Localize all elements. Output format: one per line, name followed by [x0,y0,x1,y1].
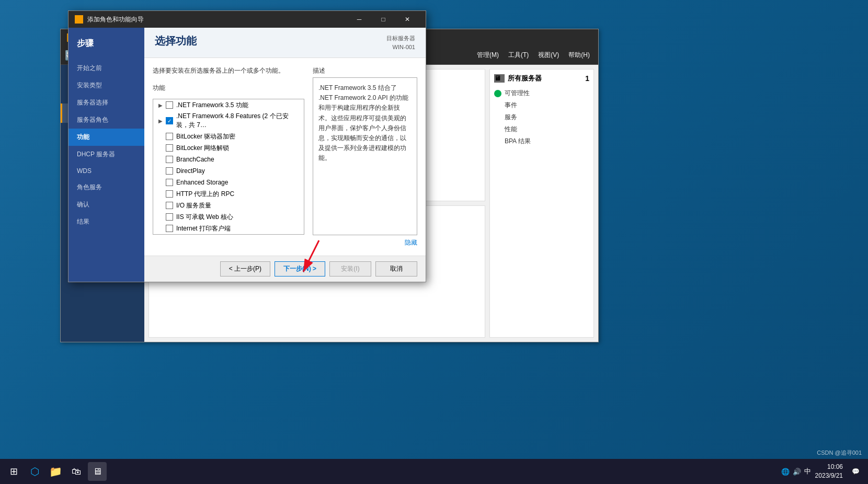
wizard-target-label: 目标服务器 [386,34,415,43]
feature-bitlocker-net[interactable]: BitLocker 网络解锁 [153,142,304,154]
feature-net48[interactable]: ▶ ✓ .NET Framework 4.8 Features (2 个已安装，… [153,111,304,131]
wizard-nav-results[interactable]: 结果 [68,213,144,231]
feature-name-net35: .NET Framework 3.5 功能 [176,101,301,110]
hide-btn-container: 隐藏 [313,238,417,247]
feature-bitlocker-drive[interactable]: BitLocker 驱动器加密 [153,131,304,142]
wizard-title-text: 添加角色和功能向导 [87,15,144,24]
wizard-title-icon [75,15,83,24]
sm-menu-view[interactable]: 视图(V) [534,49,563,62]
feature-name-net48: .NET Framework 4.8 Features (2 个已安装，共 7… [176,112,301,130]
feature-directplay[interactable]: DirectPlay [153,165,304,177]
sm-menu-tools[interactable]: 工具(T) [504,49,533,62]
sm-menu-help[interactable]: 帮助(H) [564,49,594,62]
wizard-dialog: 添加角色和功能向导 ─ □ ✕ 步骤 开始之前 安装类型 服务器选择 服务器角色… [68,10,426,282]
all-servers-count: 1 [585,74,589,83]
sm-all-servers-title: 🖥 所有服务器 1 [494,74,589,83]
wizard-nav-wds[interactable]: WDS [68,163,144,179]
wizard-header: 选择功能 目标服务器 WIN-001 [144,28,426,58]
desktop: 服务器管理器 ─ □ ✕ 🔄 | 2 管理(M) 工具(T) 视图(V) 帮助(… [0,0,868,484]
wizard-nav-dhcp[interactable]: DHCP 服务器 [68,146,144,163]
sm-performance: 性能 [494,123,589,135]
description-label: 描述 [313,66,417,75]
wizard-left-panel: 选择要安装在所选服务器上的一个或多个功能。 功能 ▶ .NET Framewor… [153,66,304,247]
checkbox-net35[interactable] [166,101,173,109]
feature-http-rpc[interactable]: HTTP 代理上的 RPC [153,188,304,200]
sm-menu-manage[interactable]: 管理(M) [473,49,503,62]
checkbox-http-rpc[interactable] [166,190,173,198]
wizard-right-panel: 描述 .NET Framework 3.5 结合了 .NET Framework… [313,66,417,247]
sm-manageability: 可管理性 [494,87,589,99]
taskbar-clock[interactable]: 10:06 2023/9/21 [815,463,843,480]
sm-bpa: BPA 结果 [494,135,589,147]
checkbox-branchcache[interactable] [166,156,173,163]
sm-all-servers-panel: 🖥 所有服务器 1 可管理性 事件 [489,69,594,338]
start-button[interactable]: ⊞ [4,462,23,481]
cancel-btn[interactable]: 取消 [375,261,417,276]
feature-iis-web[interactable]: IIS 可承载 Web 核心 [153,211,304,223]
server-mgr-icon: 🖥 [93,466,102,477]
wizard-page-title: 选择功能 [155,34,197,48]
wizard-footer: < 上一步(P) 下一步(N) > 安装(I) 取消 [144,256,426,282]
expand-net35[interactable]: ▶ [156,101,165,109]
taskbar-icon-explorer[interactable]: 📁 [46,462,65,481]
feature-branchcache[interactable]: BranchCache [153,154,304,165]
taskbar-icon-store[interactable]: 🛍 [67,462,86,481]
wizard-nav-features[interactable]: 功能 [68,129,144,146]
checkbox-iis-web[interactable] [166,213,173,221]
taskbar-icon-edge[interactable]: ⬡ [25,462,44,481]
feature-name-bitlocker-net: BitLocker 网络解锁 [176,144,301,153]
server-icon: 🖥 [494,74,505,83]
prev-btn[interactable]: < 上一步(P) [220,261,270,276]
sm-events: 事件 [494,99,589,111]
wizard-nav-before-start[interactable]: 开始之前 [68,60,144,77]
feature-enhanced-storage[interactable]: Enhanced Storage [153,177,304,188]
wizard-nav-title: 步骤 [68,38,144,60]
features-list[interactable]: ▶ .NET Framework 3.5 功能 ▶ ✓ .NET Framewo… [153,99,304,235]
feature-ipam[interactable]: IP 地址管理(IPAM)服务器 [153,234,304,235]
expand-net48[interactable]: ▶ [156,117,165,125]
wizard-maximize-btn[interactable]: □ [371,11,395,28]
checkbox-bitlocker-net[interactable] [166,144,173,152]
store-icon: 🛍 [72,466,81,477]
wizard-target-info: 目标服务器 WIN-001 [386,34,415,51]
notification-center-btn[interactable]: 💬 [847,463,864,480]
checkbox-net48[interactable]: ✓ [166,117,173,124]
checkbox-directplay[interactable] [166,167,173,175]
taskbar-icons: ⬡ 📁 🛍 🖥 [25,462,107,481]
wizard-titlebar: 添加角色和功能向导 ─ □ ✕ [68,11,426,28]
feature-name-enhanced-storage: Enhanced Storage [176,179,301,186]
network-icon[interactable]: 🌐 [781,468,790,476]
wizard-instruction: 选择要安装在所选服务器上的一个或多个功能。 [153,66,304,75]
wizard-body: 步骤 开始之前 安装类型 服务器选择 服务器角色 功能 DHCP 服务器 WDS… [68,28,426,282]
feature-internet-print[interactable]: Internet 打印客户端 [153,223,304,234]
wizard-nav-server-role[interactable]: 服务器角色 [68,111,144,129]
taskbar-right: 🌐 🔊 中 10:06 2023/9/21 💬 [781,463,864,480]
wizard-nav-role-services[interactable]: 角色服务 [68,179,144,196]
volume-icon[interactable]: 🔊 [793,468,801,476]
feature-name-directplay: DirectPlay [176,167,301,175]
language-indicator[interactable]: 中 [804,467,811,476]
feature-io-qos[interactable]: I/O 服务质量 [153,200,304,211]
description-text: .NET Framework 3.5 结合了 .NET Framework 2.… [318,84,408,162]
performance-label: 性能 [505,125,517,134]
install-btn[interactable]: 安装(I) [329,261,371,276]
taskbar-icon-server-mgr[interactable]: 🖥 [88,462,107,481]
checkbox-io-qos[interactable] [166,202,173,209]
feature-name-branchcache: BranchCache [176,156,301,163]
checkbox-enhanced-storage[interactable] [166,179,173,186]
watermark: CSDN @追寻001 [817,449,862,457]
wizard-nav-install-type[interactable]: 安装类型 [68,77,144,94]
wizard-close-btn[interactable]: ✕ [395,11,419,28]
bpa-result-label: BPA 结果 [505,137,531,146]
next-btn[interactable]: 下一步(N) > [275,261,325,276]
checkbox-bitlocker-drive[interactable] [166,133,173,140]
hide-description-btn[interactable]: 隐藏 [405,239,417,246]
wizard-minimize-btn[interactable]: ─ [347,11,371,28]
checkbox-internet-print[interactable] [166,225,173,232]
feature-name-http-rpc: HTTP 代理上的 RPC [176,190,301,199]
wizard-nav-confirm[interactable]: 确认 [68,196,144,213]
wizard-nav-server-select[interactable]: 服务器选择 [68,94,144,111]
feature-net35[interactable]: ▶ .NET Framework 3.5 功能 [153,99,304,111]
wizard-win-controls: ─ □ ✕ [347,11,419,28]
wizard-main: 选择要安装在所选服务器上的一个或多个功能。 功能 ▶ .NET Framewor… [144,58,426,256]
